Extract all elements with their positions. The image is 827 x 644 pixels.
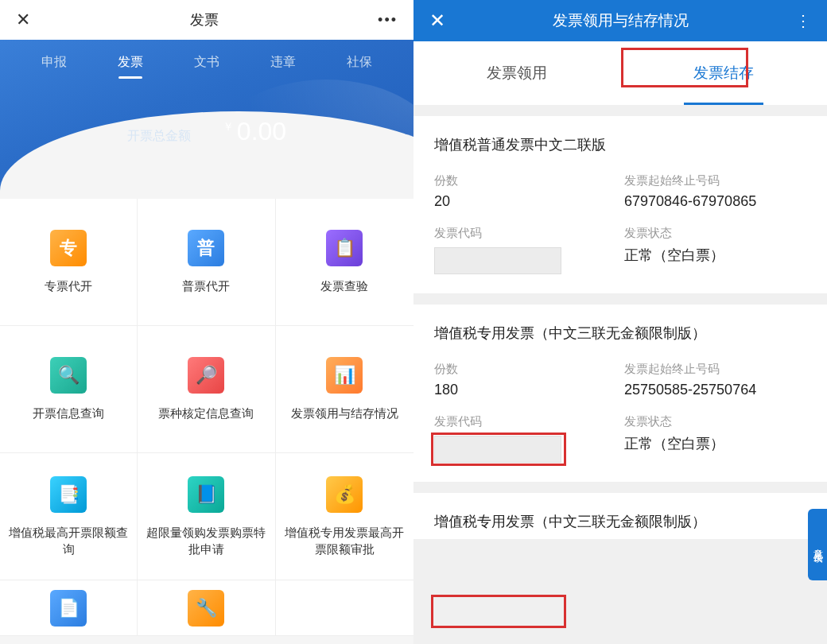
function-grid-row4: 📄 🔧 [0,580,414,636]
verify-icon: 📋 [326,230,363,266]
cell-label: 票种核定信息查询 [158,405,254,421]
extra-icon-1: 📄 [50,590,87,627]
screen-receive-balance: ✕ 发票领用与结存情况 ⋮ 发票领用 发票结存 增值税普通发票中文二联版 份数 … [414,0,827,644]
cell-receive-balance[interactable]: 📊 发票领用与结存情况 [276,326,414,453]
cell-label: 普票代开 [182,277,230,294]
card-title: 增值税专用发票（中文三联无金额限制版） [434,512,806,531]
code-label: 发票代码 [434,226,616,241]
invoice-card-3: 增值税专用发票（中文三联无金额限制版） [414,493,827,539]
amount-label: 开票总金额 [127,128,191,145]
cell-label: 增值税专用发票最高开票限额审批 [284,524,406,557]
cell-invoice-info-query[interactable]: 🔍 开票信息查询 [0,326,138,453]
card-fields: 份数 180 发票起始终止号码 25750585-25750764 发票代码 发… [434,362,806,463]
code-redacted [434,436,561,463]
special-limit-icon: 💰 [326,476,363,513]
count-label: 份数 [434,173,616,188]
count-value: 180 [434,382,616,398]
tab-invoice[interactable]: 发票 [115,48,146,77]
cell-label: 专票代开 [45,277,92,294]
cell-label: 发票领用与结存情况 [291,405,398,421]
receive-balance-icon: 📊 [326,357,363,394]
category-tabs: 申报 发票 文书 违章 社保 [0,40,414,77]
cell-label: 开票信息查询 [33,405,104,421]
cell-overlimit-purchase-apply[interactable]: 📘 超限量领购发票购票特批申请 [138,453,275,580]
tab-social[interactable]: 社保 [344,48,375,77]
close-icon[interactable]: ✕ [16,10,30,30]
more-vertical-icon[interactable]: ⋮ [795,11,811,30]
range-value: 67970846-67970865 [624,193,806,210]
invoice-card-2: 增值税专用发票（中文三联无金额限制版） 份数 180 发票起始终止号码 2575… [414,305,827,482]
tab-declare[interactable]: 申报 [38,48,70,77]
more-icon[interactable]: ••• [378,12,398,29]
cell-label: 超限量领购发票购票特批申请 [146,524,266,557]
feedback-tab[interactable]: 意见反馈 [808,509,827,580]
count-value: 20 [434,193,616,210]
cell-vat-special-limit-approve[interactable]: 💰 增值税专用发票最高开票限额审批 [276,453,414,580]
card-fields: 份数 20 发票起始终止号码 67970846-67970865 发票代码 发票… [434,173,806,274]
extra-icon-2: 🔧 [188,590,224,627]
cell-extra-2[interactable]: 🔧 [138,580,275,636]
info-query-icon: 🔍 [50,357,87,394]
code-label: 发票代码 [434,414,616,429]
cell-invoice-verify[interactable]: 📋 发票查验 [276,199,414,326]
status-value: 正常（空白票） [624,246,806,265]
cell-general-invoice[interactable]: 普 普票代开 [138,199,275,326]
invoice-card-1: 增值税普通发票中文二联版 份数 20 发票起始终止号码 67970846-679… [414,116,827,293]
overlimit-icon: 📘 [188,476,224,513]
hero-panel: 申报 发票 文书 违章 社保 开票总金额 ￥0.00 [0,40,414,207]
cell-extra-1[interactable]: 📄 [0,580,138,636]
cell-type-approval-query[interactable]: 🔎 票种核定信息查询 [138,326,275,453]
highlight-code-1 [431,595,566,628]
close-icon[interactable]: ✕ [429,10,445,32]
function-grid: 专 专票代开 普 普票代开 📋 发票查验 🔍 开票信息查询 🔎 票种核定信息查询… [0,199,414,580]
card-title: 增值税普通发票中文二联版 [434,135,806,154]
status-label: 发票状态 [624,414,806,429]
header: ✕ 发票 ••• [0,0,414,40]
cell-label: 增值税最高开票限额查询 [8,524,129,557]
cell-empty [276,580,414,636]
type-query-icon: 🔎 [188,357,224,394]
page-title: 发票领用与结存情况 [553,10,689,31]
tab-receive[interactable]: 发票领用 [414,41,620,105]
special-invoice-icon: 专 [50,230,87,266]
general-invoice-icon: 普 [188,230,224,266]
cell-vat-max-limit-query[interactable]: 📑 增值税最高开票限额查询 [0,453,138,580]
amount-value: ￥0.00 [223,117,286,146]
status-value: 正常（空白票） [624,434,806,453]
tab-balance[interactable]: 发票结存 [620,41,827,105]
cell-special-invoice[interactable]: 专 专票代开 [0,199,138,326]
sub-tabs: 发票领用 发票结存 [414,41,827,105]
card-title: 增值税专用发票（中文三联无金额限制版） [434,324,806,343]
total-amount: 开票总金额 ￥0.00 [0,117,414,146]
range-value: 25750585-25750764 [624,382,806,398]
range-label: 发票起始终止号码 [624,362,806,377]
tab-violation[interactable]: 违章 [267,48,299,77]
tab-document[interactable]: 文书 [191,48,223,77]
count-label: 份数 [434,362,616,377]
page-title: 发票 [190,10,219,29]
screen-invoice-main: ✕ 发票 ••• 申报 发票 文书 违章 社保 开票总金额 ￥0.00 专 专票… [0,0,414,644]
code-redacted [434,247,561,274]
limit-query-icon: 📑 [50,476,87,513]
status-label: 发票状态 [624,226,806,241]
range-label: 发票起始终止号码 [624,173,806,188]
cell-label: 发票查验 [320,277,368,294]
header: ✕ 发票领用与结存情况 ⋮ [414,0,827,41]
